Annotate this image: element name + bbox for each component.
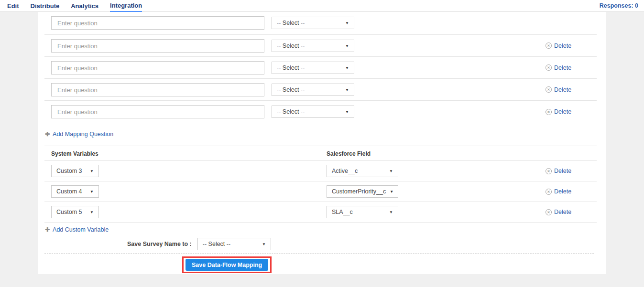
- tab-integration[interactable]: Integration: [110, 0, 142, 12]
- question-input[interactable]: [51, 61, 264, 74]
- variable-mapping-row: Custom 4 ▼ CustomerPriority__c ▼ ✕ Delet…: [44, 181, 597, 202]
- mapping-question-row: -- Select -- ▼ ✕ Delete: [44, 57, 597, 79]
- delete-label: Delete: [554, 86, 571, 93]
- chevron-down-icon: ▼: [345, 44, 349, 48]
- delete-row-link[interactable]: ✕ Delete: [546, 209, 571, 215]
- variable-mapping-row: Custom 3 ▼ Active__c ▼ ✕ Delete: [44, 161, 597, 181]
- circle-x-icon: ✕: [546, 43, 552, 49]
- delete-row-link[interactable]: ✕ Delete: [546, 188, 571, 195]
- select-value: -- Select --: [277, 43, 305, 49]
- select-value: Custom 3: [56, 168, 82, 174]
- circle-x-icon: ✕: [546, 189, 552, 195]
- chevron-down-icon: ▼: [345, 88, 349, 92]
- chevron-down-icon: ▼: [90, 169, 94, 173]
- plus-icon: ✚: [45, 131, 50, 138]
- select-value: -- Select --: [277, 108, 305, 115]
- chevron-down-icon: ▼: [90, 210, 94, 214]
- annotation-highlight-box: Save Data-Flow Mapping: [182, 256, 272, 273]
- mapping-question-row: -- Select -- ▼ ✕ Delete: [44, 79, 597, 101]
- delete-label: Delete: [554, 108, 571, 115]
- salesforce-field-select[interactable]: CustomerPriority__c ▼: [327, 185, 398, 198]
- select-value: Custom 5: [56, 209, 82, 215]
- add-mapping-question-link[interactable]: ✚ Add Mapping Question: [45, 131, 113, 138]
- delete-row-link[interactable]: ✕ Delete: [546, 43, 571, 49]
- delete-label: Delete: [554, 43, 571, 49]
- add-mapping-question-label: Add Mapping Question: [53, 131, 113, 138]
- delete-row-link[interactable]: ✕ Delete: [546, 168, 571, 174]
- responses-count[interactable]: Responses: 0: [600, 2, 638, 9]
- question-type-select[interactable]: -- Select -- ▼: [272, 106, 354, 118]
- add-custom-variable-label: Add Custom Variable: [53, 226, 109, 233]
- select-value: -- Select --: [203, 241, 230, 247]
- save-button-row: Save Data-Flow Mapping: [44, 256, 597, 273]
- dashed-divider: [44, 253, 594, 254]
- select-value: Active__c: [332, 168, 358, 174]
- question-type-select[interactable]: -- Select -- ▼: [272, 84, 354, 96]
- question-input[interactable]: [51, 105, 264, 118]
- select-value: -- Select --: [277, 64, 305, 71]
- mapping-question-row: -- Select -- ▼ ✕ Delete: [44, 101, 597, 123]
- mapping-question-row: -- Select -- ▼ ✕ Delete: [44, 35, 597, 57]
- question-input[interactable]: [51, 83, 264, 96]
- circle-x-icon: ✕: [546, 109, 552, 115]
- system-variables-header: System Variables: [51, 146, 98, 161]
- chevron-down-icon: ▼: [389, 169, 393, 173]
- plus-icon: ✚: [45, 226, 50, 233]
- select-value: -- Select --: [277, 20, 305, 26]
- save-survey-name-label: Save Survey Name to :: [127, 241, 192, 247]
- tab-edit[interactable]: Edit: [7, 0, 19, 11]
- chevron-down-icon: ▼: [345, 110, 349, 114]
- save-survey-name-row: Save Survey Name to : -- Select -- ▼: [127, 238, 597, 250]
- chevron-down-icon: ▼: [390, 190, 393, 194]
- select-value: SLA__c: [332, 209, 353, 215]
- select-value: CustomerPriority__c: [332, 188, 386, 195]
- salesforce-field-select[interactable]: Active__c ▼: [327, 165, 398, 177]
- chevron-down-icon: ▼: [90, 190, 94, 194]
- circle-x-icon: ✕: [546, 209, 552, 215]
- question-input[interactable]: [51, 39, 264, 53]
- system-variable-select[interactable]: Custom 3 ▼: [51, 165, 99, 177]
- tab-analytics[interactable]: Analytics: [71, 0, 98, 11]
- add-mapping-question-row: ✚ Add Mapping Question: [44, 123, 597, 146]
- question-type-select[interactable]: -- Select -- ▼: [272, 62, 354, 74]
- delete-row-link[interactable]: ✕ Delete: [546, 64, 571, 71]
- chevron-down-icon: ▼: [262, 242, 266, 246]
- question-type-select[interactable]: -- Select -- ▼: [272, 17, 354, 29]
- add-custom-variable-link[interactable]: ✚ Add Custom Variable: [45, 226, 109, 233]
- delete-row-link[interactable]: ✕ Delete: [546, 108, 571, 115]
- delete-label: Delete: [554, 209, 571, 215]
- delete-label: Delete: [554, 188, 571, 195]
- salesforce-field-select[interactable]: SLA__c ▼: [327, 206, 398, 218]
- select-value: -- Select --: [277, 86, 305, 93]
- mapping-question-row: -- Select -- ▼: [44, 12, 597, 35]
- delete-label: Delete: [554, 168, 571, 174]
- save-data-flow-mapping-button[interactable]: Save Data-Flow Mapping: [186, 259, 268, 271]
- variable-mapping-row: Custom 5 ▼ SLA__c ▼ ✕ Delete: [44, 202, 597, 223]
- chevron-down-icon: ▼: [345, 66, 349, 70]
- add-custom-variable-row: ✚ Add Custom Variable: [44, 223, 597, 237]
- variables-header-row: System Variables Salesforce Field: [44, 146, 597, 161]
- system-variable-select[interactable]: Custom 4 ▼: [51, 185, 99, 198]
- top-nav-bar: Edit Distribute Analytics Integration Re…: [0, 0, 644, 12]
- delete-label: Delete: [554, 64, 571, 71]
- circle-x-icon: ✕: [546, 168, 552, 174]
- circle-x-icon: ✕: [546, 86, 552, 93]
- question-type-select[interactable]: -- Select -- ▼: [272, 40, 354, 52]
- question-input[interactable]: [51, 16, 264, 30]
- tab-distribute[interactable]: Distribute: [31, 0, 60, 11]
- circle-x-icon: ✕: [546, 64, 552, 71]
- delete-row-link[interactable]: ✕ Delete: [546, 86, 571, 93]
- save-survey-name-select[interactable]: -- Select -- ▼: [197, 238, 271, 250]
- chevron-down-icon: ▼: [389, 210, 393, 214]
- chevron-down-icon: ▼: [345, 21, 349, 25]
- system-variable-select[interactable]: Custom 5 ▼: [51, 206, 99, 218]
- salesforce-field-header: Salesforce Field: [327, 146, 371, 161]
- integration-panel: -- Select -- ▼ -- Select -- ▼ ✕ Delete -…: [38, 12, 606, 274]
- select-value: Custom 4: [56, 188, 82, 195]
